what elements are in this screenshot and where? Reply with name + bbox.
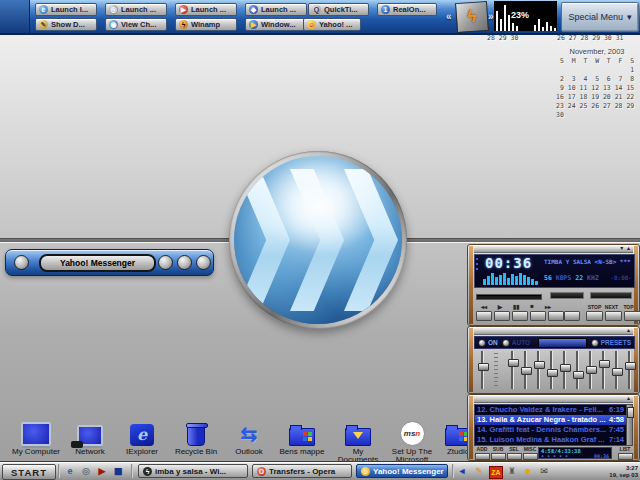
task-winamp[interactable]: ϟ imba y salsa - Wi... bbox=[138, 464, 248, 478]
quicklaunch-real-icon[interactable]: ▶ bbox=[95, 465, 109, 478]
window-shade-icons[interactable]: ▴ bbox=[627, 326, 631, 333]
menu-knob-button[interactable] bbox=[14, 255, 29, 270]
playlist-scrollbar[interactable] bbox=[626, 404, 633, 446]
slider-knob[interactable] bbox=[573, 371, 584, 379]
desktop-icon-msn-setup[interactable]: msn Set Up TheMicrosoft bbox=[386, 418, 438, 464]
winamp-titlebar[interactable]: ▾ ▴ bbox=[474, 246, 633, 253]
eq-band-slider[interactable] bbox=[625, 351, 634, 389]
playlist-titlebar[interactable]: ▴ bbox=[474, 396, 633, 403]
slider-knob[interactable] bbox=[521, 367, 532, 375]
winamp-playlist-window[interactable]: ▴ 12. Chucho Valdez & Irakere - Feli... … bbox=[467, 394, 640, 461]
special-menu-button[interactable]: Special Menu ▾ bbox=[561, 2, 639, 32]
eq-on-label[interactable]: ON bbox=[488, 339, 498, 346]
winamp-logo-button[interactable]: ϟ bbox=[455, 1, 489, 33]
eq-presets-label[interactable]: PRESETS bbox=[601, 339, 631, 346]
eq-on-led[interactable] bbox=[478, 339, 486, 347]
tray-yahoo-smiley-icon[interactable]: ☻ bbox=[521, 465, 535, 478]
rollup-knob-button[interactable] bbox=[177, 255, 192, 270]
playlist-item-selected[interactable]: 13. Haila & Azucar Negra - tratado ... 4… bbox=[475, 415, 626, 425]
preamp-slider[interactable] bbox=[478, 351, 487, 389]
list-button[interactable] bbox=[618, 453, 633, 460]
tray-notes-icon[interactable]: ✎ bbox=[472, 465, 486, 478]
launch-app-button[interactable]: ◎ Launch ... bbox=[105, 3, 167, 16]
equalizer-titlebar[interactable]: ▴ bbox=[474, 328, 633, 335]
playlist-sel-group[interactable]: SEL bbox=[507, 447, 521, 460]
desktop-icon-my-documents[interactable]: My Documents bbox=[332, 418, 384, 464]
slider-knob[interactable] bbox=[560, 364, 571, 372]
eq-band-slider[interactable] bbox=[599, 351, 608, 389]
volume-speaker-icon[interactable]: ◄ bbox=[455, 465, 469, 478]
launch-ie-button[interactable]: e Launch I... bbox=[35, 3, 97, 16]
slider-knob[interactable] bbox=[599, 360, 610, 368]
winamp-equalizer-window[interactable]: ▴ ON AUTO PRESETS bbox=[467, 326, 640, 394]
desktop-icon-my-computer[interactable]: My Computer bbox=[10, 418, 62, 456]
pause-button[interactable] bbox=[512, 311, 528, 321]
eq-presets-led[interactable] bbox=[591, 339, 599, 347]
quicklaunch-app-icon[interactable]: ◎ bbox=[79, 465, 93, 478]
winamp-button[interactable]: ϟ Winamp bbox=[175, 18, 237, 31]
eject-button[interactable] bbox=[564, 311, 580, 321]
eq-band-slider[interactable] bbox=[534, 351, 543, 389]
stop-deck-button[interactable] bbox=[586, 311, 603, 321]
scroll-left-arrow[interactable]: « bbox=[446, 11, 452, 22]
play-button[interactable] bbox=[494, 311, 510, 321]
slider-knob[interactable] bbox=[586, 366, 597, 374]
show-desktop-button[interactable]: ✎ Show D... bbox=[35, 18, 97, 31]
start-button[interactable]: START bbox=[2, 464, 56, 480]
slider-knob[interactable] bbox=[478, 363, 489, 371]
tray-mail-icon[interactable]: ✉ bbox=[537, 465, 551, 478]
fastforward-button[interactable] bbox=[548, 311, 564, 321]
top-deck-button[interactable] bbox=[624, 311, 640, 321]
playlist-add-group[interactable]: ADD bbox=[475, 447, 489, 460]
winamp-main-window[interactable]: ▾ ▴ 00:36 bbox=[467, 244, 640, 326]
sub-button[interactable] bbox=[491, 453, 506, 460]
minimize-knob-button[interactable] bbox=[158, 255, 173, 270]
close-knob-button[interactable] bbox=[196, 255, 211, 270]
windows-media-button[interactable]: ▶ Window... bbox=[245, 18, 307, 31]
playlist-item[interactable]: 12. Chucho Valdez & Irakere - Feli... 6:… bbox=[475, 405, 626, 415]
eq-auto-led[interactable] bbox=[502, 339, 510, 347]
yahoo-button[interactable]: ☺ Yahoo! ... bbox=[303, 18, 361, 31]
slider-knob[interactable] bbox=[625, 362, 636, 370]
eq-band-slider[interactable] bbox=[612, 351, 621, 389]
task-opera-transfers[interactable]: O Transfers - Opera bbox=[252, 464, 352, 478]
eq-band-slider[interactable] bbox=[521, 351, 530, 389]
playlist-item[interactable]: 15. Luison Medina & Haakon Graf ... 7:14 bbox=[475, 435, 626, 445]
tray-utility-icon[interactable]: ♜ bbox=[505, 465, 519, 478]
desktop-icon-bens-mappe[interactable]: Bens mappe bbox=[276, 418, 328, 456]
next-deck-button[interactable] bbox=[605, 311, 622, 321]
launch-media-button[interactable]: ◆ Launch ... bbox=[245, 3, 307, 16]
eq-band-slider[interactable] bbox=[508, 351, 517, 389]
window-shade-icons[interactable]: ▾ ▴ bbox=[620, 244, 631, 251]
eq-auto-label[interactable]: AUTO bbox=[512, 339, 530, 346]
playlist-list-group[interactable]: LIST bbox=[618, 447, 632, 460]
scroll-right-arrow[interactable]: » bbox=[488, 11, 494, 22]
misc-button[interactable] bbox=[523, 453, 538, 460]
task-yahoo-messenger[interactable]: ☺ Yahoo! Messenger bbox=[356, 464, 448, 478]
desktop-icon-outlook[interactable]: ⇆ Outlook bbox=[223, 418, 275, 456]
rewind-button[interactable] bbox=[476, 311, 492, 321]
quicktime-button[interactable]: Q QuickTi... bbox=[308, 3, 369, 16]
stop-button[interactable] bbox=[530, 311, 546, 321]
view-channels-button[interactable]: ◉ View Ch... bbox=[105, 18, 167, 31]
slider-knob[interactable] bbox=[547, 369, 558, 377]
playlist-item[interactable]: 14. Grafitti feat - Dennis Chambers... 7… bbox=[475, 425, 626, 435]
desktop-icon-recycle-bin[interactable]: Recycle Bin bbox=[170, 418, 222, 456]
desktop-icon-network[interactable]: Network bbox=[64, 418, 116, 456]
sel-button[interactable] bbox=[507, 453, 522, 460]
eq-band-slider[interactable] bbox=[586, 351, 595, 389]
add-button[interactable] bbox=[475, 453, 490, 460]
taskbar-clock[interactable]: 3:27 19, sep 03 bbox=[598, 465, 638, 479]
eq-band-slider[interactable] bbox=[560, 351, 569, 389]
slider-knob[interactable] bbox=[612, 368, 623, 376]
yahoo-messenger-titlebar[interactable]: Yahoo! Messenger bbox=[5, 249, 214, 276]
scrollbar-thumb[interactable] bbox=[627, 407, 634, 418]
slider-knob[interactable] bbox=[534, 361, 545, 369]
playlist-sub-group[interactable]: SUB bbox=[491, 447, 505, 460]
launch-realplayer-button[interactable]: ▶ Launch ... bbox=[175, 3, 237, 16]
desktop-icon-iexplorer[interactable]: e IExplorer bbox=[116, 418, 168, 456]
realone-button[interactable]: 1 RealOn... bbox=[377, 3, 437, 16]
quicklaunch-ie-icon[interactable]: e bbox=[63, 465, 77, 478]
playlist-misc-group[interactable]: MISC bbox=[523, 447, 537, 460]
quicklaunch-desktop-icon[interactable]: ▦ bbox=[111, 465, 125, 478]
